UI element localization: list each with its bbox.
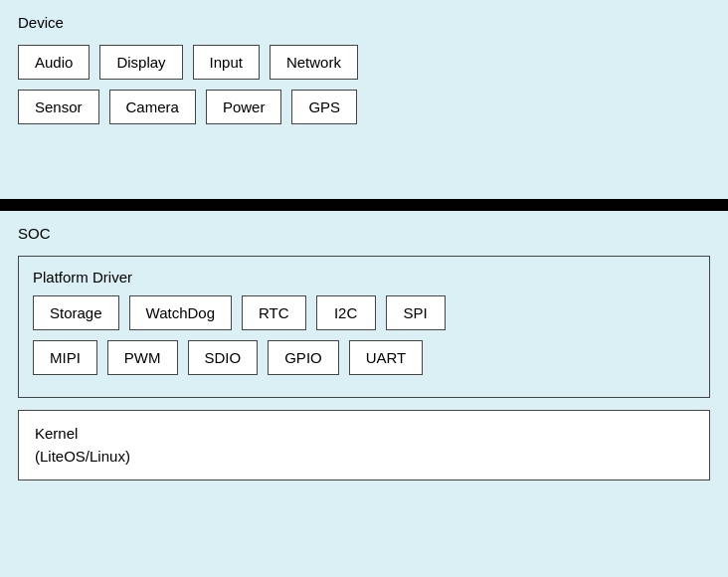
device-chip: Network	[270, 45, 358, 80]
platform-driver-chip: I2C	[316, 295, 376, 330]
device-chip: Power	[206, 90, 282, 124]
device-chip: Camera	[109, 90, 196, 124]
device-section: Device AudioDisplayInputNetwork SensorCa…	[0, 0, 728, 199]
device-chip: Audio	[18, 45, 90, 80]
platform-driver-chip: Storage	[33, 295, 119, 330]
platform-driver-chip: GPIO	[268, 340, 339, 375]
device-chip: Display	[99, 45, 182, 80]
platform-driver-chip: SDIO	[188, 340, 259, 375]
platform-driver-chip: SPI	[386, 295, 446, 330]
platform-driver-chip: WatchDog	[129, 295, 232, 330]
device-chip: GPS	[291, 90, 357, 124]
device-row-1: AudioDisplayInputNetwork	[18, 45, 710, 80]
platform-driver-row-1: StorageWatchDogRTCI2CSPI	[33, 295, 695, 330]
platform-driver-chip: PWM	[107, 340, 178, 375]
device-chip: Sensor	[18, 90, 99, 124]
platform-driver-chip: RTC	[242, 295, 306, 330]
soc-title: SOC	[18, 225, 710, 242]
platform-driver-title: Platform Driver	[33, 269, 695, 286]
device-row-2: SensorCameraPowerGPS	[18, 90, 710, 124]
device-title: Device	[18, 14, 710, 31]
kernel-label: Kernel(LiteOS/Linux)	[35, 423, 693, 468]
kernel-box: Kernel(LiteOS/Linux)	[18, 410, 710, 481]
section-divider	[0, 199, 728, 211]
platform-driver-row-2: MIPIPWMSDIOGPIOUART	[33, 340, 695, 375]
device-chip: Input	[193, 45, 260, 80]
platform-driver-chip: UART	[349, 340, 424, 375]
soc-section: SOC Platform Driver StorageWatchDogRTCI2…	[0, 211, 728, 577]
platform-driver-chip: MIPI	[33, 340, 97, 375]
platform-driver-box: Platform Driver StorageWatchDogRTCI2CSPI…	[18, 256, 710, 398]
